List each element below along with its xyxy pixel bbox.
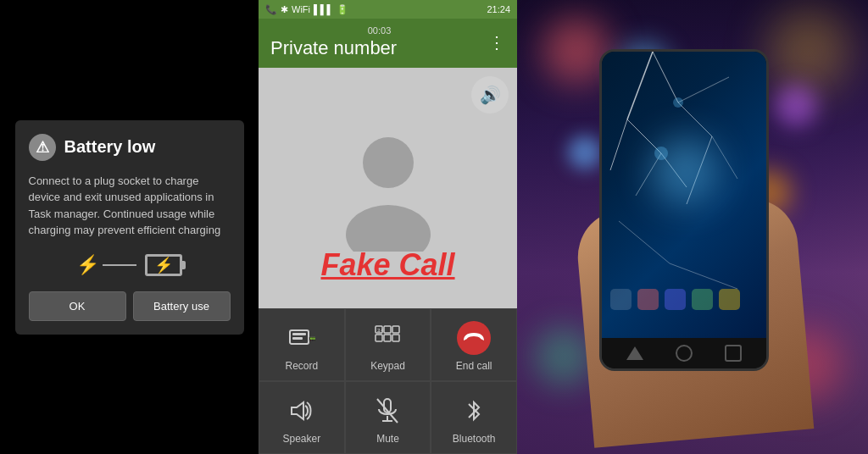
photo-panel: [517, 0, 868, 454]
end-call-label: End call: [456, 360, 492, 372]
svg-rect-36: [692, 289, 713, 310]
back-nav-icon: [626, 346, 643, 360]
ok-button[interactable]: OK: [29, 291, 126, 321]
call-header-inner: 00:03 Private number: [270, 25, 488, 59]
plug-wire: ⚡: [76, 254, 136, 276]
battery-low-title: Battery low: [64, 137, 156, 157]
call-panel: 📞 ✱ WiFi ▌▌▌ 🔋 21:24 00:03 Private numbe…: [259, 0, 517, 454]
svg-rect-34: [637, 289, 659, 310]
status-time: 21:24: [487, 4, 510, 14]
svg-point-1: [346, 205, 431, 252]
warning-icon: ⚠: [29, 134, 56, 161]
battery-graphic: ⚡ ⚡: [29, 254, 231, 276]
svg-text:2 4: 2 4: [377, 328, 383, 333]
svg-line-26: [678, 77, 729, 102]
speaker-button[interactable]: Speaker: [259, 381, 345, 454]
phone-status-icon: 📞: [265, 4, 277, 15]
call-actions-row2: Speaker Mute Bluetooth: [259, 381, 517, 454]
battery-dialog-title: ⚠ Battery low: [29, 134, 231, 161]
call-menu-button[interactable]: ⋮: [488, 32, 505, 53]
svg-point-32: [673, 97, 683, 108]
keypad-icon: 1 2 4: [370, 321, 404, 355]
avatar-silhouette: [337, 125, 439, 252]
battery-dialog-body: Connect to a plug socket to charge devic…: [29, 173, 231, 239]
svg-line-24: [653, 52, 678, 102]
mute-label: Mute: [376, 433, 399, 445]
svg-line-21: [627, 119, 661, 153]
keypad-button[interactable]: 1 2 4 Keypad: [345, 308, 431, 381]
call-actions-row1: 📟 Record 1 2 4 Keypad: [259, 308, 517, 381]
battery-status-icon: 🔋: [337, 4, 348, 15]
speaker-icon: [285, 394, 319, 428]
battery-dialog: ⚠ Battery low Connect to a plug socket t…: [15, 120, 244, 335]
home-nav-icon: [676, 345, 693, 362]
bluetooth-icon: [457, 394, 491, 428]
record-button[interactable]: 📟 Record: [259, 308, 345, 381]
svg-text:📟: 📟: [309, 335, 315, 343]
svg-line-19: [627, 52, 653, 119]
call-avatar-area: Fake Call 🔊: [259, 68, 517, 308]
lightning-icon: ⚡: [154, 257, 173, 273]
bluetooth-button[interactable]: Bluetooth: [431, 381, 517, 454]
signal-icon: ▌▌▌: [314, 4, 333, 14]
svg-line-20: [610, 119, 627, 170]
svg-rect-8: [392, 326, 399, 333]
battery-dialog-buttons: OK Battery use: [29, 291, 231, 321]
svg-rect-3: [292, 333, 306, 335]
phone-hand-area: [582, 32, 803, 422]
bluetooth-label: Bluetooth: [453, 433, 496, 445]
status-bar: 📞 ✱ WiFi ▌▌▌ 🔋 21:24: [259, 0, 517, 19]
status-right: 21:24: [487, 4, 510, 14]
speaker-top-button[interactable]: 🔊: [471, 76, 509, 114]
svg-line-25: [678, 102, 712, 136]
speaker-top-icon: 🔊: [480, 85, 501, 105]
svg-line-30: [670, 263, 737, 289]
svg-rect-10: [384, 335, 391, 341]
mute-icon: [370, 394, 404, 428]
battery-panel: ⚠ Battery low Connect to a plug socket t…: [0, 0, 259, 454]
bluetooth-status-icon: ✱: [281, 4, 288, 15]
cracked-phone: [599, 49, 769, 371]
keypad-label: Keypad: [370, 360, 405, 372]
end-call-button[interactable]: End call: [431, 308, 517, 381]
phone-bottom-bar: [602, 338, 766, 368]
fake-call-label: Fake Call: [320, 247, 454, 283]
svg-rect-33: [610, 289, 632, 310]
record-label: Record: [285, 360, 318, 372]
svg-rect-35: [665, 289, 686, 310]
speaker-label: Speaker: [282, 433, 320, 445]
cracked-screen: [602, 52, 766, 338]
end-call-icon: [457, 321, 491, 355]
recents-nav-icon: [725, 345, 742, 362]
svg-marker-14: [292, 402, 303, 419]
status-left: 📞 ✱ WiFi ▌▌▌ 🔋: [265, 4, 348, 15]
svg-rect-7: [384, 326, 391, 333]
svg-rect-4: [292, 337, 303, 340]
caller-name: Private number: [270, 37, 488, 59]
plug-icon: ⚡: [76, 254, 99, 276]
call-timer: 00:03: [270, 25, 488, 36]
battery-icon-large: ⚡: [145, 254, 182, 276]
record-icon: 📟: [285, 321, 319, 355]
wire-line: [103, 264, 136, 266]
mute-button[interactable]: Mute: [345, 381, 431, 454]
svg-rect-11: [392, 335, 399, 341]
call-header: 00:03 Private number ⋮: [259, 19, 517, 68]
wifi-icon: WiFi: [292, 4, 310, 14]
svg-line-29: [619, 221, 670, 263]
svg-rect-37: [719, 289, 740, 310]
svg-rect-9: [376, 335, 382, 341]
battery-use-button[interactable]: Battery use: [133, 291, 231, 321]
svg-point-0: [363, 137, 414, 188]
